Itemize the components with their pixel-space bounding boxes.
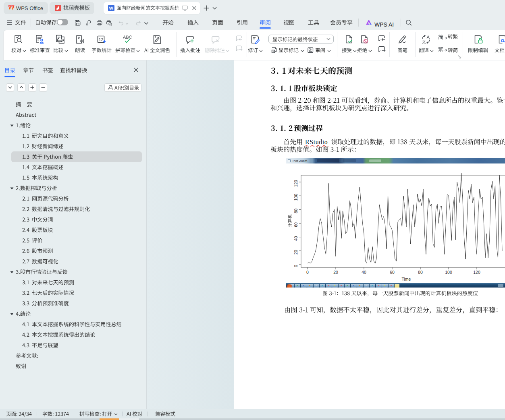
svg-text:60: 60 (390, 270, 395, 275)
svg-text:60: 60 (293, 222, 298, 227)
svg-text:100: 100 (293, 194, 298, 201)
svg-text:0: 0 (306, 270, 309, 275)
svg-text:40: 40 (362, 270, 366, 275)
svg-text:Time: Time (402, 277, 411, 281)
svg-text:20: 20 (293, 250, 298, 254)
svg-text:80: 80 (293, 209, 298, 213)
svg-text:100: 100 (445, 270, 452, 275)
svg-text:120: 120 (293, 180, 298, 187)
svg-text:20: 20 (333, 270, 338, 275)
svg-text:120: 120 (473, 270, 480, 275)
svg-text:0: 0 (293, 265, 298, 267)
svg-text:40: 40 (293, 236, 298, 241)
svg-text:80: 80 (418, 270, 423, 275)
